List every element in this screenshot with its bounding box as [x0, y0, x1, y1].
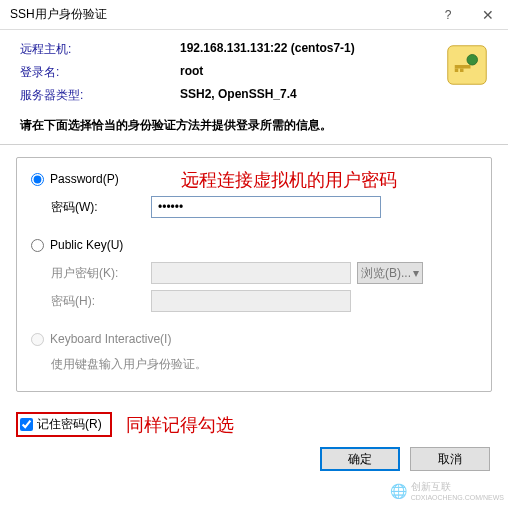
watermark: 🌐 创新互联 CDXIAOCHENG.COM/NEWS: [390, 480, 504, 501]
password-input[interactable]: [151, 196, 381, 218]
remember-label[interactable]: 记住密码(R): [37, 416, 102, 433]
password-radio-label[interactable]: Password(P): [50, 172, 119, 186]
button-row: 确定 取消: [0, 437, 508, 471]
help-button[interactable]: ?: [428, 0, 468, 30]
remember-row: 记住密码(R) 同样记得勾选: [0, 402, 508, 437]
annotation-remember: 同样记得勾选: [126, 413, 234, 437]
svg-point-1: [467, 55, 478, 66]
publickey-radio-label[interactable]: Public Key(U): [50, 238, 123, 252]
keyboard-radio: [31, 333, 44, 346]
server-label: 服务器类型:: [20, 87, 180, 104]
auth-panel: Password(P) 远程连接虚拟机的用户密码 密码(W): Public K…: [16, 157, 492, 392]
remember-highlight: 记住密码(R): [16, 412, 112, 437]
globe-icon: 🌐: [390, 483, 407, 499]
password-field-row: 密码(W):: [51, 196, 477, 218]
userkey-field-row: 用户密钥(K): 浏览(B)...▾: [51, 262, 477, 284]
chevron-down-icon: ▾: [413, 266, 419, 280]
publickey-radio-row: Public Key(U): [31, 238, 477, 252]
svg-rect-2: [455, 65, 471, 69]
svg-rect-4: [460, 69, 464, 73]
titlebar: SSH用户身份验证 ? ✕: [0, 0, 508, 30]
watermark-text1: 创新互联: [411, 480, 504, 494]
password-radio[interactable]: [31, 173, 44, 186]
passphrase-field-row: 密码(H):: [51, 290, 477, 312]
svg-rect-3: [455, 69, 459, 73]
server-value: SSH2, OpenSSH_7.4: [180, 87, 297, 104]
userkey-label: 用户密钥(K):: [51, 265, 151, 282]
ok-button[interactable]: 确定: [320, 447, 400, 471]
userkey-input: [151, 262, 351, 284]
password-radio-row: Password(P) 远程连接虚拟机的用户密码: [31, 172, 477, 186]
cancel-button[interactable]: 取消: [410, 447, 490, 471]
host-label: 远程主机:: [20, 41, 180, 58]
key-icon: [446, 44, 488, 86]
divider: [0, 144, 508, 145]
user-value: root: [180, 64, 203, 81]
publickey-radio[interactable]: [31, 239, 44, 252]
user-label: 登录名:: [20, 64, 180, 81]
instruction-text: 请在下面选择恰当的身份验证方法并提供登录所需的信息。: [0, 107, 508, 140]
passphrase-label: 密码(H):: [51, 293, 151, 310]
keyboard-radio-row: Keyboard Interactive(I): [31, 332, 477, 346]
passphrase-input: [151, 290, 351, 312]
browse-button: 浏览(B)...▾: [357, 262, 423, 284]
annotation-password: 远程连接虚拟机的用户密码: [181, 168, 397, 192]
connection-info: 远程主机: 192.168.131.131:22 (centos7-1) 登录名…: [0, 30, 508, 107]
remember-checkbox[interactable]: [20, 418, 33, 431]
host-value: 192.168.131.131:22 (centos7-1): [180, 41, 355, 58]
window-title: SSH用户身份验证: [10, 6, 428, 23]
keyboard-desc: 使用键盘输入用户身份验证。: [51, 356, 477, 373]
close-button[interactable]: ✕: [468, 0, 508, 30]
keyboard-radio-label: Keyboard Interactive(I): [50, 332, 171, 346]
password-label: 密码(W):: [51, 199, 151, 216]
watermark-text2: CDXIAOCHENG.COM/NEWS: [411, 494, 504, 501]
